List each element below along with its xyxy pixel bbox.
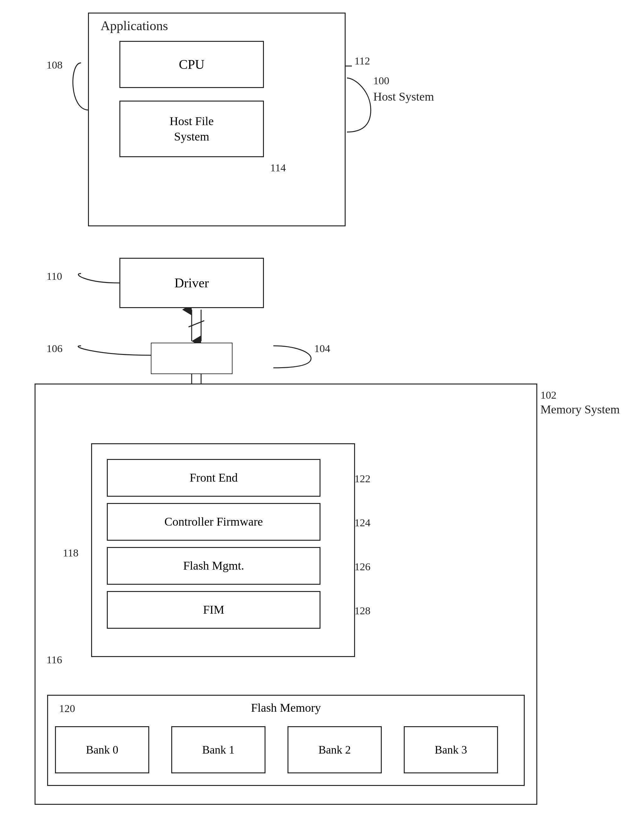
- ref-110: 110: [47, 270, 62, 282]
- ref-126: 126: [355, 561, 370, 573]
- ref-118: 118: [63, 547, 79, 559]
- ref-106: 106: [47, 343, 63, 355]
- flash-memory-label: Flash Memory: [251, 700, 321, 715]
- flash-mgmt-label: Flash Mgmt.: [183, 558, 244, 573]
- fim-box: FIM: [107, 591, 320, 629]
- bank0-label: Bank 0: [86, 742, 118, 757]
- ref-120: 120: [59, 703, 75, 715]
- interface-box: [151, 343, 233, 374]
- ref-100: 100: [373, 75, 389, 87]
- ref-124: 124: [355, 517, 370, 529]
- applications-label: Applications: [101, 18, 168, 33]
- ref-116: 116: [47, 654, 62, 666]
- bank0-box: Bank 0: [55, 726, 149, 773]
- label-memory-system: Memory System: [540, 403, 619, 416]
- bank2-box: Bank 2: [287, 726, 382, 773]
- controller-firmware-label: Controller Firmware: [164, 514, 263, 529]
- label-host-system: Host System: [373, 90, 434, 103]
- controller-firmware-box: Controller Firmware: [107, 503, 320, 541]
- ref-128: 128: [355, 605, 370, 617]
- diagram-container: Applications CPU Host File System Driver…: [0, 0, 635, 840]
- bank3-box: Bank 3: [404, 726, 498, 773]
- ref-122: 122: [355, 473, 370, 485]
- fim-label: FIM: [203, 602, 224, 617]
- ref-114: 114: [270, 162, 286, 174]
- ref-108: 108: [47, 59, 63, 71]
- flash-mgmt-box: Flash Mgmt.: [107, 547, 320, 585]
- ref-112: 112: [355, 55, 370, 67]
- bank1-label: Bank 1: [202, 742, 235, 757]
- hfs-label: Host File System: [170, 114, 214, 145]
- svg-line-8: [189, 321, 204, 327]
- cpu-label: CPU: [179, 56, 205, 73]
- cpu-box: CPU: [120, 41, 264, 88]
- front-end-box: Front End: [107, 459, 320, 497]
- ref-102: 102: [540, 389, 556, 401]
- ref-104: 104: [314, 343, 330, 355]
- bank3-label: Bank 3: [435, 742, 467, 757]
- bank2-label: Bank 2: [318, 742, 351, 757]
- bank1-box: Bank 1: [171, 726, 265, 773]
- host-file-system-box: Host File System: [120, 101, 264, 157]
- front-end-label: Front End: [189, 470, 238, 485]
- driver-box: Driver: [120, 258, 264, 308]
- driver-label: Driver: [174, 275, 209, 292]
